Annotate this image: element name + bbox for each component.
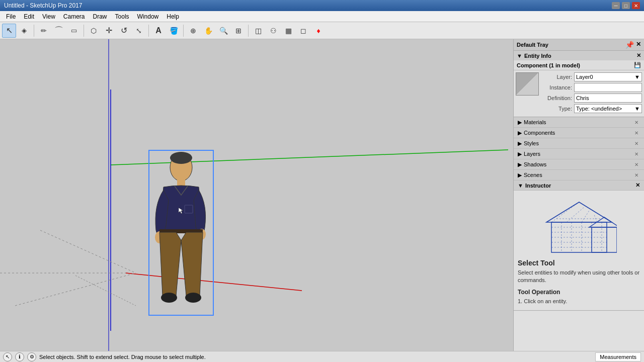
status-icon-2[interactable]: ℹ [15, 352, 24, 361]
components-section[interactable]: ▶ Components ✕ [514, 128, 644, 138]
zoom-button[interactable]: 🔍 [216, 24, 230, 38]
menu-edit[interactable]: Edit [20, 12, 38, 21]
shadows-section[interactable]: ▶ Shadows ✕ [514, 159, 644, 170]
entity-info-close[interactable]: ✕ [636, 52, 641, 59]
tray-pin-icon[interactable]: 📌 [625, 41, 634, 49]
walkthrough-button[interactable]: ⚇ [266, 24, 280, 38]
shapes-tool-button[interactable]: ▭ [67, 24, 81, 38]
svg-line-33 [582, 211, 589, 222]
scenes-close[interactable]: ✕ [633, 171, 640, 178]
instructor-title: Instructor [525, 183, 551, 189]
status-text: Select objects. Shift to extend select. … [39, 354, 592, 360]
entity-info-save-icon[interactable]: 💾 [634, 62, 641, 68]
viewport-svg [0, 39, 513, 351]
svg-point-13 [161, 293, 177, 303]
type-row: Type: Type: <undefined> ▼ [542, 104, 642, 113]
components-label: Components [524, 130, 555, 136]
menu-window[interactable]: Window [133, 12, 163, 21]
move-button[interactable]: ✛ [102, 24, 116, 38]
layer-select[interactable]: Layer0 ▼ [574, 72, 642, 81]
pan-button[interactable]: ✋ [201, 24, 215, 38]
menu-camera[interactable]: Camera [59, 12, 89, 21]
instructor-description: Select entities to modify when using oth… [518, 269, 640, 285]
orbit-button[interactable]: ⊕ [186, 24, 200, 38]
instance-input[interactable] [574, 83, 642, 92]
entity-info-header[interactable]: ▼ Entity Info ✕ [514, 51, 644, 60]
definition-label: Definition: [542, 95, 572, 101]
instructor-house-graphic [541, 195, 617, 255]
instructor-tool-name: Select Tool [518, 259, 640, 267]
select-tool-button[interactable]: ↖ [2, 24, 16, 38]
status-icon-3[interactable]: ⚙ [27, 352, 36, 361]
entity-info-section: ▼ Entity Info ✕ Component (1 in model) 💾… [514, 51, 644, 117]
svg-rect-18 [592, 227, 617, 252]
materials-close[interactable]: ✕ [633, 119, 640, 126]
shadows-label: Shadows [524, 161, 546, 167]
minimize-button[interactable]: ─ [612, 2, 620, 9]
menu-help[interactable]: Help [163, 12, 183, 21]
scenes-label: Scenes [524, 172, 542, 178]
menu-file[interactable]: File [2, 12, 20, 21]
arc-tool-button[interactable]: ⌒ [52, 24, 66, 38]
instructor-operation-title: Tool Operation [518, 289, 640, 296]
components-arrow: ▶ [518, 130, 522, 136]
entity-fields: Layer: Layer0 ▼ Instance: Definition: [542, 72, 642, 115]
instance-label: Instance: [542, 84, 572, 90]
axis-blue [108, 39, 109, 351]
text-tool-button[interactable]: A [151, 24, 166, 38]
instructor-header[interactable]: ▼ Instructor ✕ [514, 180, 644, 191]
materials-label: Materials [524, 119, 546, 125]
svg-line-4 [40, 230, 136, 273]
make-component-button[interactable]: ◈ [17, 24, 31, 38]
dimensions-button[interactable]: ◻ [296, 24, 310, 38]
svg-line-31 [551, 202, 579, 222]
paint-bucket-button[interactable]: 🪣 [167, 24, 181, 38]
entity-info-body: Layer: Layer0 ▼ Instance: Definition: [514, 70, 644, 117]
definition-input[interactable]: Chris [574, 94, 642, 103]
styles-label: Styles [524, 140, 539, 146]
instructor-arrow: ▼ [518, 183, 523, 189]
measurements-label: Measurements [595, 352, 641, 361]
viewport[interactable] [0, 39, 513, 351]
tray-close-icon[interactable]: ✕ [636, 41, 641, 49]
statusbar: ↖ ℹ ⚙ Select objects. Shift to extend se… [0, 351, 644, 362]
right-panel: Default Tray 📌 ✕ ▼ Entity Info ✕ Compone… [513, 39, 644, 351]
titlebar: Untitled - SketchUp Pro 2017 ─ □ ✕ [0, 0, 644, 11]
type-label: Type: [542, 106, 572, 112]
type-select[interactable]: Type: <undefined> ▼ [574, 104, 642, 113]
section-button[interactable]: ▦ [281, 24, 295, 38]
rotate-button[interactable]: ↺ [117, 24, 131, 38]
styles-arrow: ▶ [518, 140, 522, 147]
menu-draw[interactable]: Draw [89, 12, 111, 21]
instance-row: Instance: [542, 83, 642, 92]
ruby-button[interactable]: ♦ [311, 24, 326, 38]
components-close[interactable]: ✕ [633, 129, 640, 136]
menu-view[interactable]: View [38, 12, 59, 21]
scenes-button[interactable]: ◫ [251, 24, 265, 38]
menubar: File Edit View Camera Draw Tools Window … [0, 11, 644, 22]
pencil-tool-button[interactable]: ✏ [37, 24, 51, 38]
layers-label: Layers [524, 151, 540, 157]
svg-point-8 [170, 152, 192, 164]
entity-info-component-label: Component (1 in model) 💾 [514, 60, 644, 70]
status-icon-1[interactable]: ↖ [3, 352, 12, 361]
push-pull-button[interactable]: ⬡ [87, 24, 101, 38]
svg-marker-17 [546, 202, 612, 222]
layer-label: Layer: [542, 74, 572, 80]
layers-close[interactable]: ✕ [633, 150, 640, 157]
styles-close[interactable]: ✕ [633, 140, 640, 147]
type-dropdown-arrow: ▼ [634, 106, 640, 112]
styles-section[interactable]: ▶ Styles ✕ [514, 138, 644, 149]
close-button[interactable]: ✕ [632, 2, 640, 9]
zoom-extents-button[interactable]: ⊞ [231, 24, 246, 38]
scenes-section[interactable]: ▶ Scenes ✕ [514, 170, 644, 180]
tray-header: Default Tray 📌 ✕ [514, 39, 644, 51]
menu-tools[interactable]: Tools [111, 12, 133, 21]
instructor-close[interactable]: ✕ [635, 182, 640, 189]
layers-section[interactable]: ▶ Layers ✕ [514, 149, 644, 159]
scale-button[interactable]: ⤡ [132, 24, 146, 38]
entity-preview-thumbnail [516, 72, 539, 96]
materials-section[interactable]: ▶ Materials ✕ [514, 117, 644, 128]
maximize-button[interactable]: □ [622, 2, 630, 9]
shadows-close[interactable]: ✕ [633, 161, 640, 168]
